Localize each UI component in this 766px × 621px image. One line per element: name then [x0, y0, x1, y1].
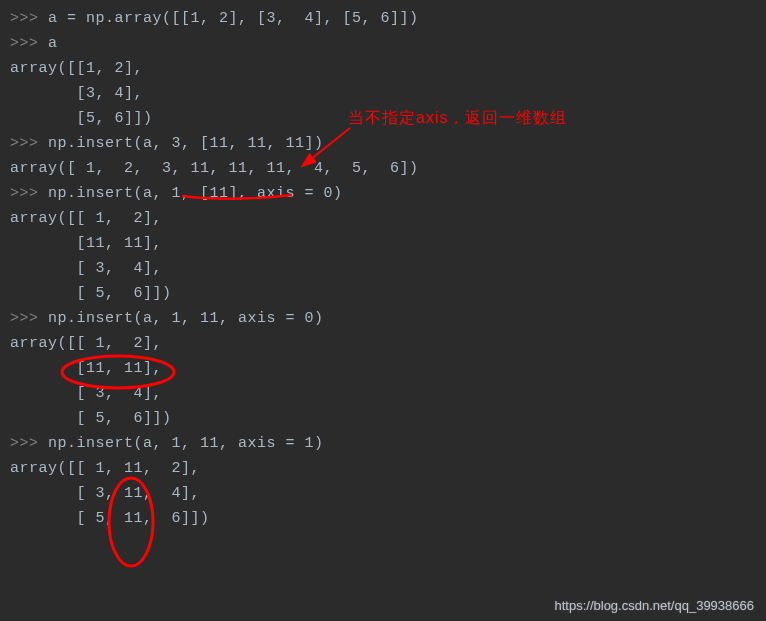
code-text: np.insert(a, 1, 11, axis = 0) — [48, 310, 324, 327]
code-text: np.insert(a, 1, 11, axis = 1) — [48, 435, 324, 452]
prompt: >>> — [10, 310, 48, 327]
terminal-line: array([ 1, 2, 3, 11, 11, 11, 4, 5, 6]) — [10, 156, 756, 181]
code-text: [ 5, 6]]) — [10, 285, 172, 302]
annotation-text: 当不指定axis，返回一维数组 — [348, 108, 567, 129]
terminal-line: >>> np.insert(a, 1, 11, axis = 0) — [10, 306, 756, 331]
prompt: >>> — [10, 185, 48, 202]
code-text: [11, 11], — [10, 360, 162, 377]
terminal-line: >>> np.insert(a, 1, [11], axis = 0) — [10, 181, 756, 206]
terminal-line: array([[1, 2], — [10, 56, 756, 81]
terminal-line: array([[ 1, 11, 2], — [10, 456, 756, 481]
terminal-line: [11, 11], — [10, 231, 756, 256]
terminal-line: >>> a = np.array([[1, 2], [3, 4], [5, 6]… — [10, 6, 756, 31]
terminal-line: array([[ 1, 2], — [10, 331, 756, 356]
prompt: >>> — [10, 435, 48, 452]
terminal-line: array([[ 1, 2], — [10, 206, 756, 231]
terminal-line: [3, 4], — [10, 81, 756, 106]
code-text: a = np.array([[1, 2], [3, 4], [5, 6]]) — [48, 10, 419, 27]
code-text: [3, 4], — [10, 85, 143, 102]
code-text: [ 5, 11, 6]]) — [10, 510, 210, 527]
terminal-line: [ 5, 6]]) — [10, 281, 756, 306]
code-text: array([[ 1, 11, 2], — [10, 460, 200, 477]
code-text: a — [48, 35, 58, 52]
code-text: [5, 6]]) — [10, 110, 153, 127]
terminal-line: [ 3, 4], — [10, 381, 756, 406]
terminal-line: [ 5, 6]]) — [10, 406, 756, 431]
prompt: >>> — [10, 10, 48, 27]
terminal-line: [ 5, 11, 6]]) — [10, 506, 756, 531]
terminal-line: [ 3, 4], — [10, 256, 756, 281]
watermark: https://blog.csdn.net/qq_39938666 — [555, 598, 755, 613]
code-text: [11, 11], — [10, 235, 162, 252]
terminal-line: [11, 11], — [10, 356, 756, 381]
code-text: [ 3, 4], — [10, 385, 162, 402]
code-text: array([ 1, 2, 3, 11, 11, 11, 4, 5, 6]) — [10, 160, 419, 177]
code-text: [ 3, 11, 4], — [10, 485, 200, 502]
code-text: [ 5, 6]]) — [10, 410, 172, 427]
terminal-line: >>> a — [10, 31, 756, 56]
code-text: [ 3, 4], — [10, 260, 162, 277]
terminal-line: >>> np.insert(a, 3, [11, 11, 11]) — [10, 131, 756, 156]
terminal-line: [ 3, 11, 4], — [10, 481, 756, 506]
prompt: >>> — [10, 35, 48, 52]
code-text: array([[ 1, 2], — [10, 335, 162, 352]
prompt: >>> — [10, 135, 48, 152]
code-text: np.insert(a, 3, [11, 11, 11]) — [48, 135, 324, 152]
code-text: np.insert(a, 1, [11], axis = 0) — [48, 185, 343, 202]
terminal-line: >>> np.insert(a, 1, 11, axis = 1) — [10, 431, 756, 456]
code-text: array([[ 1, 2], — [10, 210, 162, 227]
code-text: array([[1, 2], — [10, 60, 143, 77]
terminal-output: >>> a = np.array([[1, 2], [3, 4], [5, 6]… — [0, 0, 766, 537]
